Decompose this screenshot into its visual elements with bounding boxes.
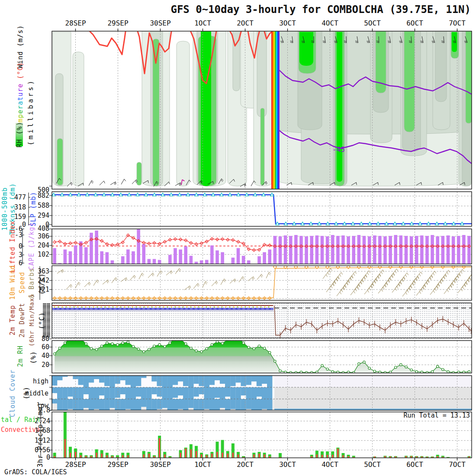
lifted-index-tick: -3 <box>15 231 23 239</box>
upper-air-panel <box>52 29 472 189</box>
axis-unit-degc: (°C) <box>38 311 45 331</box>
precip-tick: 2.8 <box>39 406 50 414</box>
day-label-top: 30SEP <box>150 19 170 27</box>
contour-label-minus45: -45 <box>332 145 345 154</box>
rainbow-letter: e <box>16 109 24 114</box>
day-label-bottom: 28SEP <box>65 460 86 469</box>
day-label-bottom: 1OCT <box>194 460 211 469</box>
axis-label-slp: SLP (mb) <box>29 191 37 227</box>
precip-legend-convective: Convective <box>1 426 40 434</box>
day-label-top: 5OCT <box>364 19 381 27</box>
precip-legend-total: tal / Rain <box>1 416 40 424</box>
cloud-row-label: high <box>33 377 48 385</box>
temp2m-panel <box>43 303 472 338</box>
cloud-panel <box>49 376 472 410</box>
cape-panel <box>23 229 472 264</box>
meteogram-canvas <box>0 0 476 476</box>
wind-speed-tick: 242 <box>38 277 49 284</box>
slp-tick: 882 <box>38 192 49 199</box>
rh-tick: 60 <box>42 343 49 351</box>
day-label-bottom: 7OCT <box>449 460 466 469</box>
axis-label-2m-rh: 2m RH <box>16 342 24 370</box>
day-label-top: 1OCT <box>194 19 211 27</box>
wind-speed-tick: 121 <box>38 286 49 293</box>
cape-tick: 102 <box>38 251 49 258</box>
rh-tick: 40 <box>42 352 49 360</box>
wind10m-panel <box>52 265 476 300</box>
axis-label-speed: Speed <box>18 269 26 296</box>
lifted-index-tick: 3 <box>19 251 23 259</box>
thickness-tick: 318 <box>14 203 26 211</box>
cape-tick: 408 <box>38 225 49 232</box>
day-label-bottom: 30SEP <box>150 460 170 469</box>
rainbow-letter: e <box>16 84 24 88</box>
day-label-top: 29SEP <box>107 19 128 27</box>
slp-panel <box>29 192 472 226</box>
precip-tick: 1.12 <box>35 437 50 444</box>
rh-tick: 80 <box>42 335 49 343</box>
precip-tick: 2.24 <box>35 417 50 425</box>
wind-speed-tick: 363 <box>38 267 49 275</box>
wind10m-border <box>40 266 472 300</box>
axis-label-cape: CAPE (J/kg) <box>28 227 35 266</box>
day-label-bottom: 6OCT <box>406 460 423 469</box>
thickness-tick: 0 <box>22 221 26 228</box>
slp-tick: 588 <box>38 202 49 209</box>
day-label-top: 28SEP <box>65 19 86 27</box>
axis-label-2m-temp: 2m Temp <box>9 302 16 338</box>
precip-tick: 0.56 <box>35 446 50 454</box>
axis-label-10m-wind: 10m Wind <box>9 264 16 301</box>
grads-credit: GrADS: COLA/IGES <box>4 468 67 476</box>
axis-label-thickness-1: 1000-500mb <box>1 190 8 228</box>
page-title: GFS 0~10day 3-hourly for COMBOLCHA (39.7… <box>52 3 471 16</box>
axis-unit-rh-pct: (%) <box>29 349 37 366</box>
day-label-bottom: 3OCT <box>279 460 296 469</box>
day-label-bottom: 5OCT <box>364 460 381 469</box>
day-label-top: 3OCT <box>279 19 296 27</box>
day-label-bottom: 4OCT <box>322 460 338 469</box>
rainbow-letter: a <box>16 101 24 105</box>
rainbow-letter: r <box>16 88 24 92</box>
slp-tick: 294 <box>38 212 49 219</box>
day-label-bottom: 29SEP <box>107 460 128 469</box>
temperature-unit: (°C) <box>16 62 24 84</box>
rainbow-letter: r <box>16 105 24 109</box>
axis-label-millibars: (millibars) <box>27 78 34 146</box>
rainbow-letter: p <box>16 114 24 118</box>
cape-tick: 306 <box>38 232 49 240</box>
axis-label-rh: RH (%) <box>16 123 23 146</box>
axis-label-minmax: (6hr Min/Max) <box>28 299 35 341</box>
lifted-index-tick: 0 <box>19 242 23 250</box>
axis-label-cloud-cover: Cloud Cover <box>9 374 16 413</box>
rainbow-letter: t <box>16 96 24 101</box>
day-label-top: 2OCT <box>237 19 254 27</box>
cloud-row-label: middle <box>25 389 48 397</box>
precip-tick: 1.68 <box>35 427 50 434</box>
day-label-top: 7OCT <box>449 19 466 27</box>
lifted-index-tick: 6 <box>19 259 23 267</box>
day-label-top: 6OCT <box>406 19 423 27</box>
day-label-top: 4OCT <box>322 19 338 27</box>
thickness-tick: 159 <box>14 213 26 221</box>
thickness-tick: 477 <box>14 193 26 201</box>
day-label-bottom: 2OCT <box>237 460 254 469</box>
precip-tick: 0 <box>46 453 50 461</box>
axis-label-wind: Wind (m/s) <box>16 26 24 67</box>
run-total: Run Total = 13.13 <box>403 412 470 419</box>
rainbow-letter: u <box>16 92 24 96</box>
meteogram-page: { "title": "GFS 0~10day 3-hourly for COM… <box>0 0 476 476</box>
axis-label-temperature: Temperature (°C) <box>16 64 24 129</box>
rh-tick: 20 <box>42 361 49 369</box>
cape-tick: 204 <box>38 241 49 249</box>
axis-label-2m-dewpt: 2m DewPt <box>18 301 26 339</box>
